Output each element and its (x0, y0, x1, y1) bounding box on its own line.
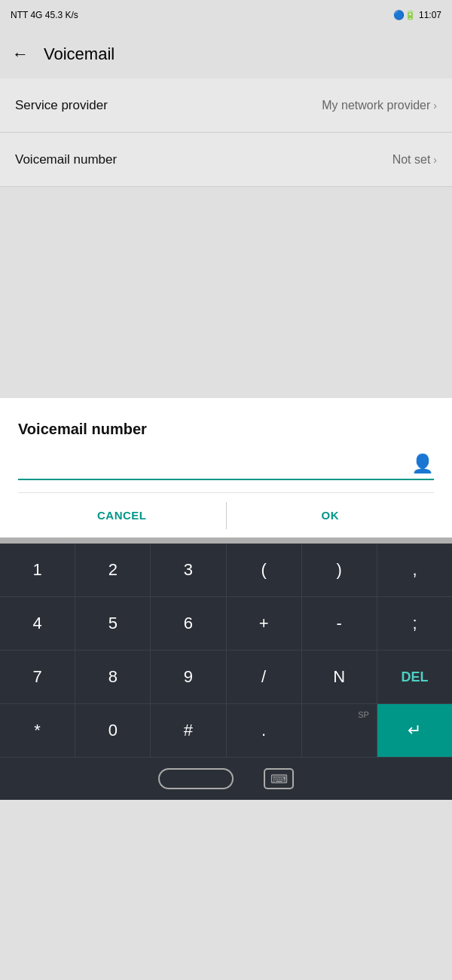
keyboard-row-2: 4 5 6 + - ; (0, 597, 452, 651)
voicemail-number-label: Voicemail number (15, 152, 117, 167)
cancel-button[interactable]: CANCEL (18, 493, 226, 537)
service-provider-value: My network provider › (322, 99, 437, 112)
key-n[interactable]: N (302, 651, 377, 703)
settings-list: Service provider My network provider › V… (0, 78, 452, 187)
status-bar: NTT 4G 45.3 K/s 🔵🔋 11:07 (0, 0, 452, 30)
chevron-icon: › (433, 100, 437, 112)
settings-item-service-provider[interactable]: Service provider My network provider › (0, 78, 452, 133)
key-4[interactable]: 4 (0, 597, 75, 650)
key-slash[interactable]: / (227, 651, 302, 703)
service-provider-label: Service provider (15, 98, 108, 113)
key-1[interactable]: 1 (0, 544, 75, 596)
status-right: 🔵🔋 11:07 (393, 10, 441, 20)
key-hash[interactable]: # (151, 704, 226, 757)
input-row: 👤 (18, 453, 434, 480)
time: 11:07 (419, 10, 441, 20)
voicemail-number-dialog: Voicemail number 👤 CANCEL OK (0, 398, 452, 537)
dialog-title: Voicemail number (18, 421, 434, 438)
keyboard-separator (0, 537, 452, 544)
key-close-paren[interactable]: ) (302, 544, 377, 596)
key-dot[interactable]: . (227, 704, 302, 757)
key-6[interactable]: 6 (151, 597, 226, 650)
key-del[interactable]: DEL (377, 651, 452, 703)
keyboard-row-1: 1 2 3 ( ) , (0, 544, 452, 597)
key-sp[interactable]: SP (302, 704, 377, 757)
voicemail-number-input[interactable] (18, 456, 405, 472)
home-button[interactable] (158, 768, 234, 789)
keyboard-row-4: * 0 # . SP ↵ (0, 704, 452, 758)
app-header: ← Voicemail (0, 30, 452, 78)
voicemail-number-value: Not set › (392, 153, 437, 167)
key-5[interactable]: 5 (75, 597, 151, 650)
network-info: NTT 4G 45.3 K/s (11, 10, 78, 20)
key-minus[interactable]: - (302, 597, 377, 650)
key-star[interactable]: * (0, 704, 75, 757)
key-2[interactable]: 2 (75, 544, 151, 596)
key-enter[interactable]: ↵ (377, 704, 452, 757)
key-0[interactable]: 0 (75, 704, 151, 757)
key-semicolon[interactable]: ; (377, 597, 452, 650)
contact-icon[interactable]: 👤 (411, 453, 434, 474)
key-7[interactable]: 7 (0, 651, 75, 703)
page-title: Voicemail (44, 44, 115, 64)
keyboard-row-3: 7 8 9 / N DEL (0, 651, 452, 704)
key-open-paren[interactable]: ( (227, 544, 302, 596)
status-left: NTT 4G 45.3 K/s (11, 10, 78, 20)
dialog-buttons: CANCEL OK (18, 492, 434, 537)
empty-area (0, 187, 452, 398)
key-9[interactable]: 9 (151, 651, 226, 703)
settings-item-voicemail-number[interactable]: Voicemail number Not set › (0, 133, 452, 187)
keyboard-button[interactable]: ⌨ (264, 768, 294, 789)
chevron-icon: › (433, 154, 437, 166)
keyboard-icon: ⌨ (270, 772, 288, 786)
key-comma[interactable]: , (377, 544, 452, 596)
key-plus[interactable]: + (227, 597, 302, 650)
back-button[interactable]: ← (12, 44, 29, 64)
ok-button[interactable]: OK (227, 493, 435, 537)
key-3[interactable]: 3 (151, 544, 226, 596)
key-8[interactable]: 8 (75, 651, 151, 703)
status-icons: 🔵🔋 (393, 10, 416, 20)
nav-bar: ⌨ (0, 758, 452, 800)
keyboard: 1 2 3 ( ) , 4 5 6 + - ; 7 8 9 / N DEL * … (0, 544, 452, 758)
